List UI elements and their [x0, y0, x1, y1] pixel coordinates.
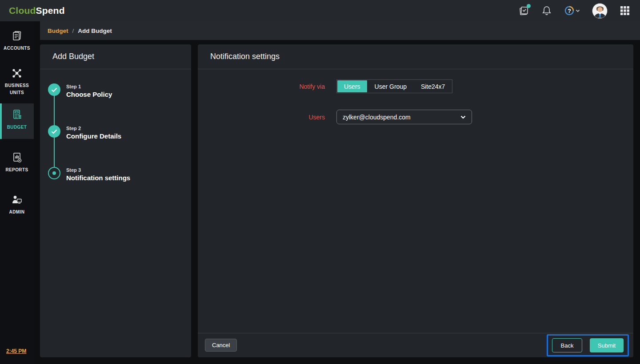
notification-settings-panel: Notification settings Notify via Users U… [198, 44, 633, 357]
cancel-button[interactable]: Cancel [205, 339, 237, 352]
users-row: Users zylker@cloudspend.com [198, 110, 633, 124]
sidebar-item-business-units[interactable]: BUSINESS UNITS [0, 62, 34, 96]
step-number: Step 1 [66, 84, 112, 89]
step-title: Configure Details [66, 132, 121, 140]
notify-via-row: Notify via Users User Group Site24x7 [198, 79, 633, 93]
sidebar-nav: ACCOUNTS BUSINESS UNITS [0, 21, 34, 364]
users-select[interactable]: zylker@cloudspend.com [336, 110, 472, 124]
notifications-bell-icon[interactable] [541, 5, 552, 16]
back-button[interactable]: Back [552, 338, 582, 352]
help-icon: ? [564, 5, 575, 16]
add-budget-panel: Add Budget Step 1 Choose Policy Step 2 C [40, 44, 191, 357]
notify-via-tabs: Users User Group Site24x7 [336, 79, 452, 93]
reports-icon [11, 152, 23, 163]
step-done-icon [48, 83, 60, 96]
wizard-step-2[interactable]: Step 2 Configure Details [48, 125, 191, 167]
tasks-badge-dot [527, 4, 531, 8]
apps-grid-icon[interactable] [620, 5, 630, 16]
cloudspend-logo[interactable]: CloudSpend [9, 5, 65, 16]
wizard-steps: Step 1 Choose Policy Step 2 Configure De… [40, 69, 191, 209]
step-done-icon [48, 125, 60, 138]
topbar-actions: ? [519, 0, 630, 21]
step-title: Choose Policy [66, 91, 112, 98]
breadcrumb-current: Add Budget [78, 28, 112, 34]
notify-via-label: Notify via [198, 83, 336, 90]
breadcrumb-separator: / [72, 28, 74, 34]
step-current-dot [52, 171, 56, 175]
active-indicator [0, 103, 2, 139]
svg-text:?: ? [568, 8, 571, 14]
users-label: Users [198, 114, 336, 121]
accounts-icon [11, 30, 23, 42]
top-bar: CloudSpend ? [0, 0, 640, 21]
admin-icon [11, 194, 23, 206]
sidebar-label: BUDGET [7, 124, 27, 131]
notification-settings-title: Notification settings [198, 44, 633, 69]
sidebar-item-reports[interactable]: REPORTS [0, 146, 34, 174]
logo-cloud: Cloud [9, 5, 36, 16]
sidebar-item-budget[interactable]: BUDGET [0, 103, 34, 139]
logo-spend: Spend [36, 5, 64, 16]
step-number: Step 2 [66, 126, 121, 131]
cloudspend-app: CloudSpend ? [0, 0, 640, 364]
sidebar-item-admin[interactable]: ADMIN [0, 189, 34, 216]
users-select-value: zylker@cloudspend.com [343, 114, 411, 121]
tab-users[interactable]: Users [337, 80, 367, 92]
help-menu[interactable]: ? [564, 5, 580, 16]
user-avatar[interactable] [592, 3, 608, 19]
budget-icon [11, 109, 23, 121]
sidebar-label: BUSINESS UNITS [0, 82, 34, 96]
step-current-icon [48, 167, 60, 179]
step-title: Notification settings [66, 174, 130, 182]
chevron-down-icon [576, 9, 580, 12]
wizard-step-3[interactable]: Step 3 Notification settings [48, 167, 191, 209]
sidebar-label: ADMIN [9, 209, 25, 216]
tasks-icon[interactable] [519, 5, 529, 16]
step-number: Step 3 [66, 167, 130, 173]
chevron-down-icon [460, 115, 466, 119]
business-units-icon [11, 67, 23, 79]
tab-site24x7[interactable]: Site24x7 [414, 80, 452, 93]
sidebar-item-accounts[interactable]: ACCOUNTS [0, 25, 34, 52]
breadcrumb-budget-link[interactable]: Budget [48, 28, 68, 34]
focus-highlight-box: Back Submit [547, 334, 629, 356]
sidebar-label: REPORTS [5, 166, 28, 174]
sidebar-label: ACCOUNTS [4, 45, 30, 52]
time-link[interactable]: 2:45 PM [6, 348, 26, 354]
wizard-step-1[interactable]: Step 1 Choose Policy [48, 83, 191, 125]
breadcrumb: Budget / Add Budget [40, 21, 640, 40]
submit-button[interactable]: Submit [590, 338, 624, 352]
add-budget-title: Add Budget [40, 44, 191, 69]
tab-user-group[interactable]: User Group [368, 80, 414, 93]
form-footer: Cancel Back Submit [198, 333, 633, 357]
notification-form: Notify via Users User Group Site24x7 Use… [198, 69, 633, 124]
